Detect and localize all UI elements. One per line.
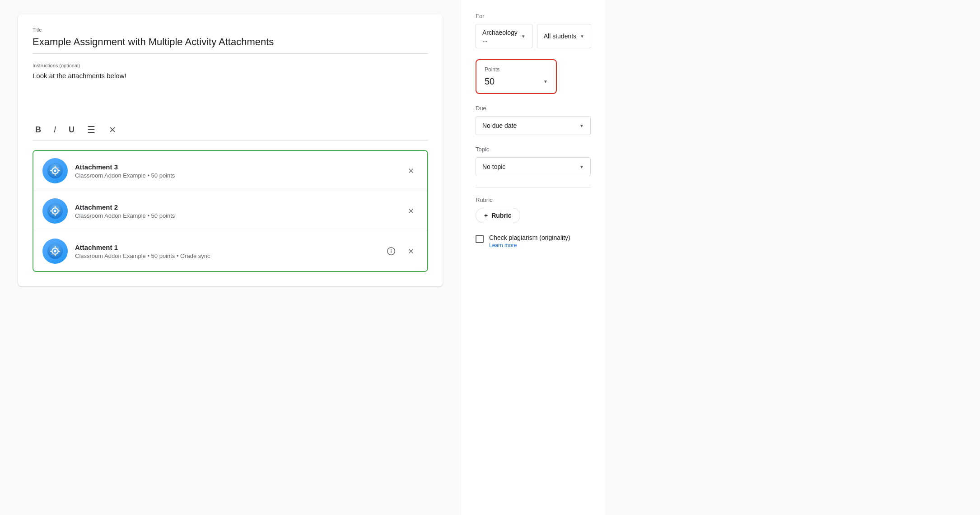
points-value: 50 [485, 76, 495, 87]
students-dropdown[interactable]: All students ▼ [537, 24, 591, 48]
info-button[interactable] [384, 244, 398, 258]
attachment-name: Attachment 2 [75, 203, 397, 211]
due-dropdown-chevron: ▼ [579, 123, 584, 128]
instructions-section: Instructions (optional) Look at the atta… [33, 63, 428, 117]
bold-button[interactable]: B [33, 123, 44, 136]
list-item: Attachment 2 Classroom Addon Example • 5… [33, 191, 427, 231]
due-dropdown[interactable]: No due date ▼ [476, 116, 591, 135]
add-rubric-button[interactable]: + Rubric [476, 208, 520, 223]
formatting-toolbar: B I U ☰ [33, 117, 428, 141]
plus-icon: + [484, 212, 488, 219]
points-value-row: 50 ▼ [485, 76, 548, 87]
points-box: Points 50 ▼ [476, 59, 557, 94]
svg-point-20 [54, 250, 56, 252]
rubric-label: Rubric [476, 197, 591, 203]
for-dropdowns: Archaeology ... ▼ All students ▼ [476, 24, 591, 48]
class-dropdown-value: Archaeology ... [482, 29, 518, 43]
instructions-label: Instructions (optional) [33, 63, 428, 68]
title-label: Title [33, 27, 428, 33]
topic-dropdown-value: No topic [482, 163, 505, 170]
topic-dropdown-chevron: ▼ [579, 164, 584, 169]
plagiarism-checkbox[interactable] [476, 235, 484, 243]
attachment-actions [404, 204, 418, 218]
attachment-actions [384, 244, 418, 258]
attachment-icon [42, 158, 68, 183]
for-section: For Archaeology ... ▼ All students ▼ [476, 13, 591, 48]
students-dropdown-chevron: ▼ [580, 34, 584, 39]
topic-label: Topic [476, 146, 591, 153]
class-dropdown-chevron: ▼ [521, 34, 526, 39]
attachments-container: Attachment 3 Classroom Addon Example • 5… [33, 150, 428, 272]
learn-more-link[interactable]: Learn more [489, 242, 570, 248]
plagiarism-label: Check plagiarism (originality) [489, 234, 570, 241]
remove-attachment-button[interactable] [404, 164, 418, 178]
class-dropdown[interactable]: Archaeology ... ▼ [476, 24, 532, 48]
instructions-input[interactable]: Look at the attachments below! [33, 70, 428, 115]
students-dropdown-value: All students [544, 33, 576, 40]
attachment-icon [42, 198, 68, 224]
rubric-section: Rubric + Rubric [476, 197, 591, 223]
list-button[interactable]: ☰ [84, 122, 98, 137]
attachment-actions [404, 164, 418, 178]
due-dropdown-value: No due date [482, 122, 517, 129]
points-section: Points 50 ▼ [476, 59, 591, 94]
sidebar: For Archaeology ... ▼ All students ▼ Poi… [461, 0, 605, 515]
due-section: Due No due date ▼ [476, 105, 591, 135]
attachment-meta: Classroom Addon Example • 50 points [75, 212, 397, 219]
plagiarism-section: Check plagiarism (originality) Learn mor… [476, 234, 591, 248]
attachment-info: Attachment 1 Classroom Addon Example • 5… [75, 243, 377, 259]
list-item: Attachment 3 Classroom Addon Example • 5… [33, 151, 427, 191]
points-label: Points [485, 66, 548, 73]
points-chevron-icon: ▼ [543, 79, 548, 84]
underline-button[interactable]: U [66, 123, 77, 136]
sidebar-divider [476, 187, 591, 187]
attachment-meta: Classroom Addon Example • 50 points • Gr… [75, 253, 377, 259]
due-label: Due [476, 105, 591, 112]
attachment-name: Attachment 1 [75, 243, 377, 251]
attachment-info: Attachment 2 Classroom Addon Example • 5… [75, 203, 397, 219]
attachment-info: Attachment 3 Classroom Addon Example • 5… [75, 163, 397, 179]
list-item: Attachment 1 Classroom Addon Example • 5… [33, 231, 427, 271]
remove-attachment-button[interactable] [404, 244, 418, 258]
title-input[interactable] [33, 34, 428, 50]
attachment-name: Attachment 3 [75, 163, 397, 171]
svg-point-2 [54, 169, 56, 172]
clear-format-button[interactable] [105, 123, 120, 136]
title-section: Title [33, 27, 428, 50]
topic-section: Topic No topic ▼ [476, 146, 591, 176]
plagiarism-info: Check plagiarism (originality) Learn mor… [489, 234, 570, 248]
italic-button[interactable]: I [51, 123, 59, 136]
for-label: For [476, 13, 591, 19]
attachment-icon [42, 239, 68, 264]
rubric-btn-label: Rubric [491, 212, 511, 219]
topic-dropdown[interactable]: No topic ▼ [476, 157, 591, 176]
remove-attachment-button[interactable] [404, 204, 418, 218]
title-divider [33, 53, 428, 54]
attachment-meta: Classroom Addon Example • 50 points [75, 172, 397, 179]
svg-point-11 [54, 210, 56, 212]
